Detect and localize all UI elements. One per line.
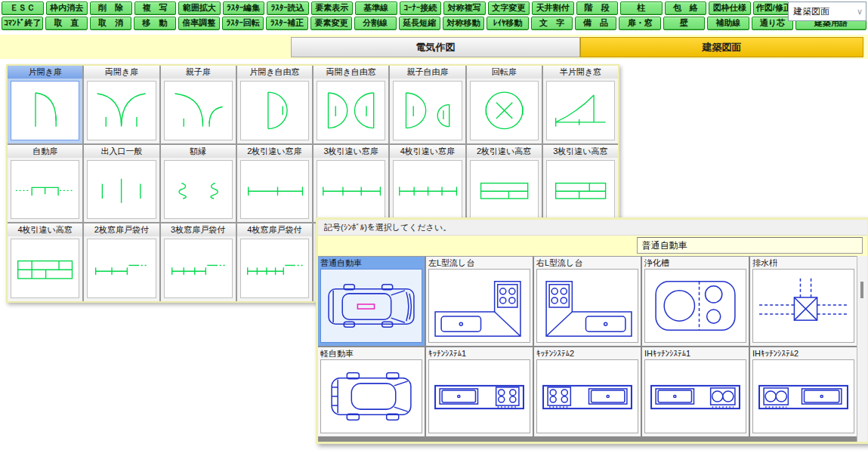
sliding-window-3-icon: [317, 161, 385, 219]
toolbar-button[interactable]: ＥＳＣ: [2, 2, 44, 15]
high-window-2-icon: [471, 161, 538, 219]
door-tile[interactable]: 片開き自由窓: [237, 66, 312, 143]
tile-drawing: [644, 359, 746, 433]
door-revolving-icon: [471, 82, 538, 140]
toolbar-button[interactable]: 分割線: [354, 17, 396, 30]
toolbar-button[interactable]: 補助線: [707, 17, 749, 30]
toolbar-button[interactable]: ｺｰﾅｰ接続: [400, 2, 442, 15]
tile-label: 片開き扉: [8, 66, 82, 79]
door-tile[interactable]: 半片開き窓: [543, 66, 618, 143]
tile-drawing: [164, 81, 233, 140]
door-tile[interactable]: 自動扉: [8, 145, 82, 223]
toolbar-button[interactable]: 図枠仕様: [709, 2, 751, 15]
tile-label: 排水枡: [750, 257, 857, 269]
door-tile[interactable]: 片開き扉: [8, 66, 82, 143]
toolbar-button[interactable]: 対称移動: [443, 17, 484, 30]
tile-label: 額縁: [161, 145, 236, 158]
symbol-tile[interactable]: 普通自動車: [318, 257, 425, 346]
drawing-mode-select[interactable]: 建築図面 ∨: [788, 2, 866, 21]
tile-drawing: [470, 160, 539, 220]
symbol-tile[interactable]: 左L型流し台: [426, 257, 533, 346]
toolbar-button[interactable]: ｺﾏﾝﾄﾞ終了: [2, 17, 43, 30]
toolbar-button[interactable]: ﾗｽﾀｰ回転: [222, 17, 264, 30]
tile-drawing: [428, 269, 530, 343]
scrollbar[interactable]: [857, 256, 867, 442]
chevron-down-icon: ∨: [857, 7, 863, 17]
toolbar-button[interactable]: 備 品: [575, 17, 616, 30]
door-tile[interactable]: 2枚窓扉戸袋付: [84, 223, 159, 301]
door-tile[interactable]: 3枚引違い高窓: [543, 145, 618, 223]
symbol-tile[interactable]: 排水枡: [750, 257, 857, 346]
symbol-tile[interactable]: IHｷｯﾁﾝｼｽﾃﾑ2: [750, 347, 857, 436]
tile-drawing: [87, 160, 156, 220]
toolbar-button[interactable]: 要素変更: [310, 17, 352, 30]
symbol-tile[interactable]: ｷｯﾁﾝｼｽﾃﾑ1: [426, 347, 533, 436]
symbol-tile[interactable]: ｷｯﾁﾝｼｽﾃﾑ2: [534, 347, 641, 436]
tile-drawing: [317, 160, 385, 220]
tile-label: 2枚窓扉戸袋付: [84, 223, 159, 236]
toolbar-button[interactable]: ﾚｲﾔ移動: [487, 17, 528, 30]
tile-drawing: [164, 239, 233, 298]
symbol-tile[interactable]: 浄化槽: [642, 257, 749, 346]
tab-architectural-drawing[interactable]: 建築図面: [580, 37, 863, 57]
toolbar-button[interactable]: 文字変更: [488, 2, 530, 15]
toolbar-button[interactable]: 基準線: [355, 2, 397, 15]
symbol-tile[interactable]: 軽自動車: [318, 347, 425, 436]
ih-kitchen-system-1-icon: [645, 360, 746, 433]
toolbar-button[interactable]: 枠内消去: [46, 2, 88, 15]
toolbar-button[interactable]: 取 直: [45, 17, 87, 30]
symbol-tile[interactable]: IHｷｯﾁﾝｼｽﾃﾑ1: [642, 347, 749, 436]
toolbar-button[interactable]: 複 写: [134, 2, 177, 15]
door-tile[interactable]: 親子自由扉: [390, 66, 465, 143]
door-tile[interactable]: 両開き扉: [84, 66, 159, 143]
car-kei-icon: [321, 360, 422, 433]
toolbar-button[interactable]: 倍率調整: [178, 17, 220, 30]
door-tile[interactable]: 3枚引違い窓扉: [314, 145, 388, 223]
toolbar-button[interactable]: 文 字: [531, 17, 573, 30]
window-half-swing-icon: [547, 82, 614, 140]
toolbar-button[interactable]: 扉・窓: [619, 17, 660, 30]
toolbar-button[interactable]: 移 動: [134, 17, 175, 30]
scrollbar-thumb[interactable]: [860, 282, 863, 298]
door-tile[interactable]: 4枚窓扉戸袋付: [237, 223, 312, 301]
tab-electrical-drawing[interactable]: 電気作図: [291, 37, 580, 57]
door-tile[interactable]: 額縁: [161, 145, 236, 223]
car-standard-icon: [321, 270, 422, 342]
toolbar-button[interactable]: ﾗｽﾀｰ編集: [223, 2, 265, 15]
toolbar-button[interactable]: 取 消: [90, 17, 131, 30]
toolbar-row-1: ＥＳＣ枠内消去削 除複 写範囲拡大ﾗｽﾀｰ編集ﾗｽﾀｰ読込要素表示基準線ｺｰﾅｰ…: [0, 0, 868, 15]
sink-l-left-icon: [429, 270, 530, 342]
toolbar-button[interactable]: 壁: [663, 17, 705, 30]
toolbar-button[interactable]: ﾗｽﾀｰ補正: [266, 17, 307, 30]
selected-symbol-name-box[interactable]: 普通自動車: [637, 237, 863, 254]
toolbar-button[interactable]: 範囲拡大: [178, 2, 221, 15]
entrance-general-icon: [88, 161, 155, 219]
pocket-window-2-icon: [88, 239, 155, 297]
toolbar-button[interactable]: 削 除: [90, 2, 132, 15]
door-tile[interactable]: 出入口一般: [84, 145, 159, 223]
toolbar-button[interactable]: 通り芯: [752, 17, 793, 30]
door-tile[interactable]: 回転扉: [467, 66, 542, 143]
door-tile[interactable]: 3枚窓扉戸袋付: [161, 223, 236, 301]
window-single-free-icon: [241, 82, 308, 140]
door-tile[interactable]: 両開き自由窓: [314, 66, 388, 143]
toolbar-button[interactable]: ﾗｽﾀｰ読込: [267, 2, 309, 15]
toolbar-button[interactable]: 天井割付: [532, 2, 574, 15]
toolbar-button[interactable]: 柱: [620, 2, 663, 15]
selected-symbol-bar: 普通自動車: [318, 236, 867, 256]
tile-drawing: [536, 359, 638, 433]
tile-drawing: [164, 160, 233, 220]
toolbar-button[interactable]: 延長短縮: [399, 17, 440, 30]
door-tile[interactable]: 2枚引違い窓扉: [237, 145, 312, 223]
toolbar-button[interactable]: 要素表示: [311, 2, 354, 15]
toolbar-button[interactable]: 階 段: [576, 2, 619, 15]
toolbar-button[interactable]: 包 絡: [665, 2, 707, 15]
symbol-tile[interactable]: 右L型流し台: [534, 257, 641, 346]
door-tile[interactable]: 4枚引違い窓扉: [390, 145, 465, 223]
door-tile[interactable]: 4枚引違い高窓: [8, 223, 82, 301]
toolbar-button[interactable]: 対称複写: [443, 2, 486, 15]
tile-label: 浄化槽: [642, 257, 749, 269]
door-tile[interactable]: 親子扉: [161, 66, 236, 143]
door-automatic-icon: [11, 161, 79, 219]
door-tile[interactable]: 2枚引違い高窓: [467, 145, 542, 223]
